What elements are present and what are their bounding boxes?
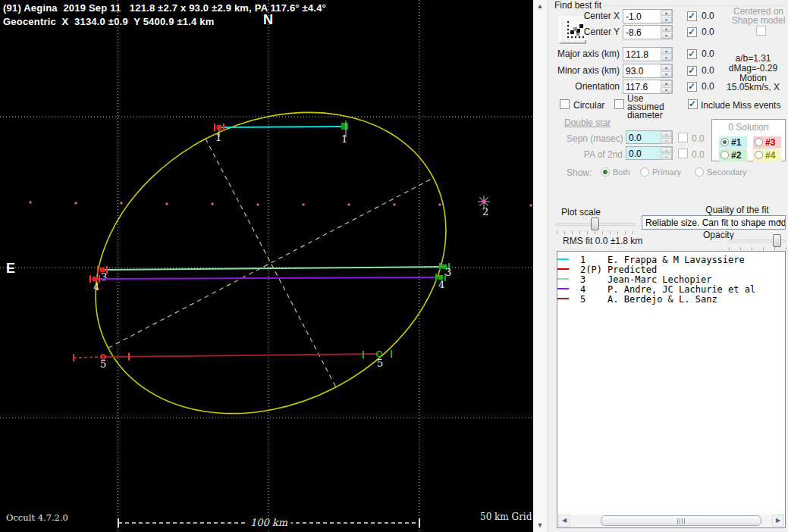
path-dot [347, 203, 350, 205]
scroll-down-icon[interactable]: ▼ [535, 521, 545, 530]
chord-label: 4 [93, 281, 99, 293]
chord-line [219, 127, 344, 127]
legend-horizontal-scrollbar[interactable]: ◀ ▶ [558, 515, 784, 527]
solution-4-chip[interactable]: #4 [753, 149, 781, 161]
major-axis-value[interactable]: 121.8 [626, 49, 648, 60]
center-y-spinner[interactable]: ▲▼ [661, 26, 672, 39]
legend-swatch-4 [557, 288, 569, 289]
path-dot [393, 203, 395, 205]
orientation-value[interactable]: 117.6 [626, 82, 648, 92]
plot-vertical-scrollbar[interactable]: ▲ ▼ [533, 0, 548, 532]
east-label: E [6, 261, 15, 277]
minor-axis-spinner[interactable]: ▲▼ [661, 64, 672, 77]
solution-1-radio[interactable] [721, 138, 729, 146]
predicted-star: 2 [478, 196, 490, 217]
observer-legend-list[interactable]: 1 E. Frappa & M Lavayssiere 2(P) Predict… [557, 251, 786, 528]
solution-3-radio[interactable] [755, 138, 763, 146]
solution-2-label: #2 [731, 150, 741, 161]
centered-on-shape-model-checkbox[interactable] [756, 26, 766, 36]
center-x-field[interactable]: -1.0 ▲▼ [623, 9, 673, 23]
legend-item-5[interactable]: 5 A. Berdejo & L. Sanz [557, 294, 785, 304]
include-miss-events-checkbox[interactable] [688, 99, 698, 109]
center-x-weight-checkbox[interactable] [687, 11, 697, 21]
fitted-ellipse [43, 54, 498, 472]
legend-swatch-1 [557, 258, 569, 260]
scroll-up-icon[interactable]: ▲ [535, 2, 545, 11]
orientation-weight-checkbox[interactable] [687, 82, 697, 92]
major-axis-field[interactable]: 121.8 ▲▼ [623, 47, 673, 61]
occultation-plot: 211334455100 km (91) Aegina 2019 Sep 11 … [0, 0, 533, 532]
orientation-spinner[interactable]: ▲▼ [661, 80, 672, 93]
chord-label: 5 [377, 358, 383, 369]
plot-title-line2: Geocentric X 3134.0 ±0.9 Y 5400.9 ±1.4 k… [3, 16, 214, 27]
use-assumed-diameter-checkbox[interactable] [614, 99, 624, 109]
north-label: N [263, 12, 273, 28]
chord-label: 4 [438, 279, 444, 290]
plot-scale-slider-thumb[interactable] [591, 217, 599, 230]
legend-text-2: 2(P) Predicted [580, 264, 657, 275]
legend-item-1[interactable]: 1 E. Frappa & M Lavayssiere [557, 255, 785, 264]
chord-line [103, 354, 379, 357]
pa-of-2nd-value[interactable]: 0.0 [629, 149, 642, 159]
pa-of-2nd-field[interactable]: 0.0 ▲▼ [626, 146, 673, 160]
chord-label: 1 [215, 132, 221, 143]
sepn-weight-checkbox[interactable] [678, 133, 688, 142]
plot-scale-ticks [557, 231, 637, 234]
path-dot [211, 202, 213, 205]
ab-ratio-label: a/b=1.31 [723, 53, 783, 64]
legend-item-3[interactable]: 3 Jean-Marc Lechopier [557, 274, 785, 284]
major-axis-spinner[interactable]: ▲▼ [661, 48, 672, 61]
pa-of-2nd-label: PA of 2nd [567, 149, 623, 160]
chord-1[interactable]: 11 [215, 120, 348, 145]
center-y-label: Center Y [554, 27, 620, 37]
solution-2-radio[interactable] [721, 151, 729, 159]
orientation-field[interactable]: 117.6 ▲▼ [623, 80, 673, 94]
legend-item-4[interactable]: 4 P. Andre, JC Lachurie et al [557, 284, 785, 294]
center-x-spinner[interactable]: ▲▼ [661, 10, 672, 23]
center-y-weight-checkbox[interactable] [687, 27, 697, 37]
sepn-field[interactable]: 0.0 ▲▼ [626, 130, 673, 144]
chord-4[interactable]: 44 [90, 274, 445, 293]
scrollbar-grip [677, 518, 685, 524]
double-star-group-label: Double star [564, 117, 611, 128]
sepn-value[interactable]: 0.0 [629, 133, 642, 143]
solution-2-chip[interactable]: #2 [719, 149, 747, 161]
legend-item-2[interactable]: 2(P) Predicted [557, 264, 785, 274]
quality-of-fit-dropdown[interactable]: Reliable size. Can fit to shape mode ▼ [642, 215, 786, 230]
show-primary-radio[interactable] [640, 167, 649, 177]
sepn-label: Sepn (masec) [567, 133, 623, 144]
scroll-left-icon[interactable]: ◀ [558, 515, 570, 527]
major-axis-weight-checkbox[interactable] [687, 49, 697, 59]
opacity-slider-thumb[interactable] [773, 234, 781, 247]
solution-3-chip[interactable]: #3 [753, 136, 781, 149]
show-secondary-radio[interactable] [695, 167, 704, 177]
show-both-radio[interactable] [601, 167, 610, 177]
orientation-label: Orientation [554, 81, 620, 92]
quality-of-fit-value: Reliable size. Can fit to shape mode [645, 217, 786, 228]
pa-of-2nd-spinner[interactable]: ▲▼ [661, 147, 672, 160]
scroll-right-icon[interactable]: ▶ [772, 515, 784, 527]
sepn-spinner[interactable]: ▲▼ [661, 131, 672, 144]
solution-4-radio[interactable] [755, 151, 763, 159]
circular-checkbox[interactable] [560, 99, 570, 109]
legend-text-5: 5 A. Berdejo & L. Sanz [580, 294, 717, 305]
minor-axis-weight-checkbox[interactable] [687, 66, 697, 76]
chord-3[interactable]: 33 [98, 263, 451, 283]
scale-bar: 100 km [118, 516, 419, 529]
disappearance-marker [217, 125, 221, 130]
solution-1-chip[interactable]: #1 [719, 136, 747, 149]
center-y-field[interactable]: -8.6 ▲▼ [623, 25, 673, 39]
center-x-value[interactable]: -1.0 [626, 11, 642, 22]
center-x-weight: 0.0 [702, 11, 714, 21]
chord-label: 3 [445, 267, 451, 278]
star-core [482, 200, 486, 204]
show-secondary-label: Secondary [707, 167, 747, 177]
chevron-down-icon: ▼ [777, 218, 783, 225]
legend-scrollbar-thumb[interactable] [601, 515, 761, 526]
plot-canvas: 211334455100 km [0, 0, 533, 532]
center-y-value[interactable]: -8.6 [626, 27, 642, 38]
chord-label: 1 [341, 133, 347, 145]
pa-of-2nd-weight-checkbox[interactable] [678, 149, 688, 158]
minor-axis-field[interactable]: 93.0 ▲▼ [623, 64, 673, 78]
minor-axis-value[interactable]: 93.0 [626, 66, 643, 77]
